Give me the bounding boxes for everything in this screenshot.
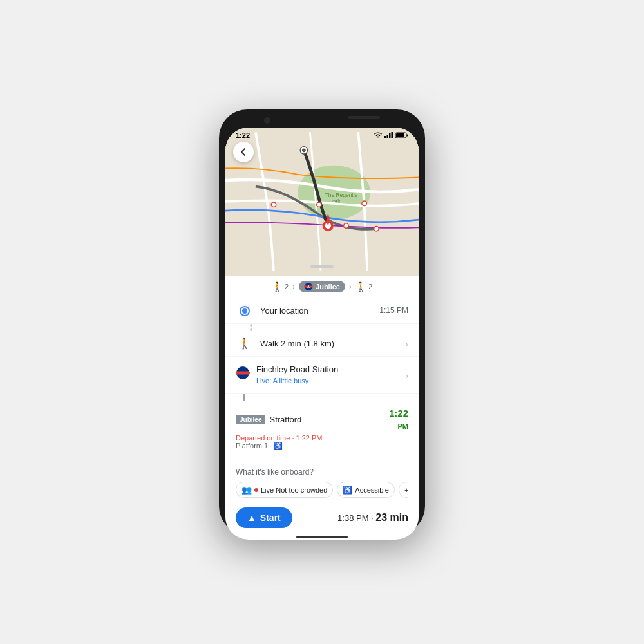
- transit-departure-status: Departed on time · 1:22 PM: [236, 434, 408, 442]
- finchley-station-row[interactable]: Finchley Road Station Live: A little bus…: [225, 357, 419, 394]
- route-line-segment: [243, 394, 245, 401]
- svg-rect-3: [392, 132, 393, 138]
- live-chip-text: Live Not too crowded: [261, 486, 327, 494]
- onboard-chips: 👥 Live Not too crowded ♿ Accessible +: [236, 482, 408, 498]
- jubilee-pill: Jubilee: [236, 415, 265, 424]
- svg-text:LU: LU: [307, 285, 311, 289]
- walk-arrow-icon: ›: [405, 339, 408, 349]
- dotted-line: [225, 324, 419, 331]
- live-label: Live:: [256, 377, 271, 384]
- status-time: 1:22: [236, 131, 250, 139]
- status-bar: 1:22: [225, 128, 419, 140]
- people-icon: 👥: [242, 485, 252, 495]
- transit-left: Jubilee Stratford: [236, 415, 301, 424]
- svg-point-17: [362, 201, 367, 206]
- phone-speaker: [348, 116, 380, 119]
- chevron-right-1: ›: [292, 282, 295, 291]
- onboard-title: What it's like onboard?: [236, 468, 408, 477]
- battery-icon: [395, 132, 408, 138]
- route-summary-bar: 🚶 2 › LU Jubilee › 🚶 2: [225, 276, 419, 298]
- svg-rect-6: [407, 135, 408, 137]
- svg-point-19: [374, 226, 379, 231]
- phone-device: 1:22: [219, 109, 425, 535]
- walk-person-icon: 🚶: [238, 337, 251, 350]
- finchley-title: Finchley Road Station: [256, 365, 401, 374]
- start-label: Start: [260, 513, 281, 523]
- phone-camera: [264, 117, 270, 124]
- blue-dot-icon: [241, 307, 249, 315]
- navigation-icon: ▲: [247, 513, 256, 523]
- signal-icon: [384, 132, 393, 138]
- transit-time-hour: 1:22: [389, 408, 408, 419]
- jubilee-line-label: Jubilee: [316, 283, 340, 290]
- walk-text: Walk 2 min (1.8 km): [260, 339, 401, 348]
- jubilee-badge: LU Jubilee: [299, 281, 345, 292]
- back-arrow-icon: [239, 147, 248, 156]
- accessible-icon: ♿: [343, 486, 352, 495]
- tfl-roundel-large-icon: [236, 366, 250, 380]
- finchley-arrow-icon: ›: [405, 370, 408, 381]
- tfl-roundel-icon: LU: [304, 282, 313, 291]
- phone-screen: 1:22: [225, 128, 419, 540]
- svg-rect-2: [389, 133, 391, 138]
- walk-end-icon: 🚶: [355, 281, 366, 292]
- duration: 23 min: [375, 512, 408, 523]
- live-crowding-chip[interactable]: 👥 Live Not too crowded: [236, 482, 333, 498]
- transit-time-period: PM: [398, 422, 409, 430]
- map-area: The Regent's Park: [225, 128, 419, 276]
- home-indicator[interactable]: [296, 536, 348, 538]
- walk-start-icon: 🚶: [272, 281, 283, 292]
- finchley-tfl-icon: [236, 366, 250, 383]
- your-location-title: Your location: [260, 306, 379, 316]
- status-icons: [374, 132, 408, 138]
- finchley-live-status: Live: A little busy: [256, 374, 401, 386]
- accessible-chip-text: Accessible: [355, 486, 389, 494]
- bottom-time-info: 1:38 PM · 23 min: [337, 512, 408, 524]
- arrival-time: 1:38 PM ·: [337, 513, 375, 523]
- svg-point-16: [317, 202, 322, 207]
- chevron-right-2: ›: [349, 282, 352, 291]
- walk-end-step: 🚶 2: [355, 281, 372, 292]
- your-location-row: Your location 1:15 PM: [225, 298, 419, 324]
- live-chip-dot: [254, 488, 258, 492]
- wifi-icon: [374, 132, 383, 138]
- onboard-section: What it's like onboard? 👥 Live Not too c…: [225, 462, 419, 502]
- map-svg: The Regent's Park: [225, 128, 419, 276]
- your-location-content: Your location: [260, 306, 379, 316]
- plus-icon: +: [404, 486, 408, 494]
- svg-point-18: [344, 223, 349, 229]
- transit-card: Jubilee Stratford 1:22 PM Departed on ti…: [236, 401, 408, 457]
- more-chip[interactable]: +: [399, 482, 408, 498]
- content-area[interactable]: Your location 1:15 PM 🚶 Walk 2 min (1.8 …: [225, 298, 419, 502]
- svg-point-12: [302, 149, 306, 153]
- your-location-time: 1:15 PM: [379, 306, 408, 315]
- transit-destination: Stratford: [269, 415, 301, 424]
- svg-rect-24: [236, 372, 250, 375]
- start-button[interactable]: ▲ Start: [236, 507, 292, 528]
- walk-end-count: 2: [368, 283, 372, 290]
- svg-rect-0: [384, 136, 386, 138]
- walk-step-row[interactable]: 🚶 Walk 2 min (1.8 km) ›: [225, 331, 419, 357]
- back-button[interactable]: [233, 142, 254, 162]
- finchley-content: Finchley Road Station Live: A little bus…: [256, 365, 401, 386]
- transit-platform: Platform 1 · ♿: [236, 442, 408, 450]
- walk-start-count: 2: [285, 283, 289, 290]
- transit-time: 1:22 PM: [389, 407, 408, 431]
- svg-point-15: [271, 202, 276, 207]
- transit-header: Jubilee Stratford 1:22 PM: [236, 407, 408, 431]
- live-status: A little busy: [271, 377, 308, 384]
- bottom-bar: ▲ Start 1:38 PM · 23 min: [225, 502, 419, 533]
- svg-rect-1: [387, 135, 389, 138]
- accessible-chip[interactable]: ♿ Accessible: [337, 482, 395, 498]
- walk-start-step: 🚶 2: [272, 281, 289, 292]
- drag-handle: [310, 265, 334, 268]
- svg-rect-5: [396, 133, 404, 137]
- walk-icon: 🚶: [236, 337, 254, 350]
- drag-handle-container: [225, 265, 419, 272]
- your-location-icon: [236, 307, 254, 315]
